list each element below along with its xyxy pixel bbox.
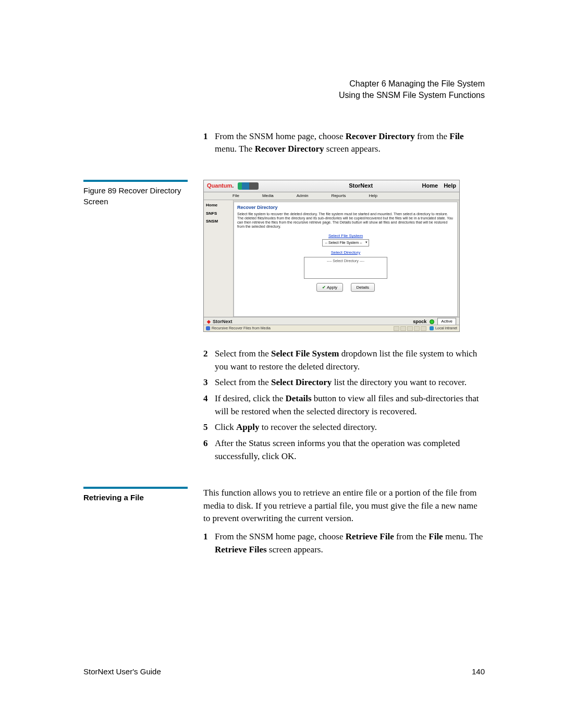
- page-footer: StorNext User's Guide 140: [83, 667, 485, 676]
- panel-description: Select file system to recover the delete…: [237, 212, 454, 229]
- retrieving-heading: Retrieving a File: [83, 487, 188, 503]
- chapter-line: Chapter 6 Managing the File System: [83, 78, 485, 90]
- home-link[interactable]: Home: [422, 182, 438, 189]
- app-body: Home SNFS SNSM Recover Directory Select …: [204, 200, 459, 317]
- help-link[interactable]: Help: [444, 182, 456, 189]
- zone-text: Local intranet: [435, 326, 457, 331]
- main-panel: Recover Directory Select file system to …: [234, 202, 458, 317]
- brand-logo: Quantum.: [207, 182, 234, 190]
- apply-button[interactable]: ✔Apply: [316, 283, 343, 292]
- menu-bar: File Media Admin Reports Help: [204, 192, 459, 200]
- footer-product: StorNext: [213, 318, 232, 325]
- select-directory-label: Select Directory: [237, 250, 454, 256]
- top-links: Home Help: [418, 182, 456, 190]
- select-file-system-label: Select File System: [237, 233, 454, 239]
- step-number: 1: [203, 130, 215, 156]
- side-snsm[interactable]: SNSM: [206, 218, 231, 225]
- step-text: From the SNSM home page, choose Recover …: [215, 130, 485, 156]
- intranet-icon: [430, 326, 434, 330]
- browser-status-bar: Recursive Recover Files from Media Local…: [204, 325, 459, 331]
- panel-title: Recover Directory: [237, 204, 454, 211]
- footer-host: spock: [413, 318, 426, 325]
- row-retrieving: Retrieving a File This function allows y…: [83, 487, 485, 559]
- footer-page-number: 140: [472, 667, 485, 676]
- page-header: Chapter 6 Managing the File System Using…: [83, 78, 485, 102]
- footer-logo-icon: ◆: [207, 318, 211, 325]
- step-6: 6 After the Status screen informs you th…: [203, 437, 485, 463]
- step-2: 2 Select from the Select File System dro…: [203, 348, 485, 373]
- menu-file[interactable]: File: [232, 193, 239, 199]
- figure-row: Figure 89 Recover Directory Screen Quant…: [83, 180, 485, 466]
- retrieving-intro: This function allows you to retrieve an …: [203, 487, 485, 525]
- step-4: 4 If desired, click the Details button t…: [203, 392, 485, 418]
- menu-admin[interactable]: Admin: [297, 193, 309, 199]
- screenshot-recover-directory: Quantum. StorNext Home Help File Media A…: [203, 180, 460, 332]
- file-system-select[interactable]: -- Select File System --: [322, 239, 369, 246]
- footer-guide: StorNext User's Guide: [83, 667, 161, 676]
- retrieve-step-1: 1 From the SNSM home page, choose Retrie…: [203, 530, 485, 556]
- menu-media[interactable]: Media: [262, 193, 274, 199]
- app-topbar: Quantum. StorNext Home Help: [204, 180, 459, 192]
- check-icon: ✔: [322, 285, 326, 290]
- menu-reports[interactable]: Reports: [331, 193, 346, 199]
- menu-help[interactable]: Help: [369, 193, 377, 199]
- footer-state: Active: [437, 318, 456, 325]
- logo-swirl-icon: [238, 182, 259, 190]
- document-page: Chapter 6 Managing the File System Using…: [0, 0, 563, 728]
- row-step1: 1 From the SNSM home page, choose Recove…: [83, 130, 485, 159]
- step-5: 5 Click Apply to recover the selected di…: [203, 421, 485, 434]
- directory-listbox[interactable]: ---- Select Directory ----: [304, 257, 387, 279]
- status-text: Recursive Recover Files from Media: [212, 326, 271, 331]
- status-led-icon: [430, 319, 434, 324]
- details-button[interactable]: Details: [351, 283, 375, 292]
- browser-icon: [206, 326, 210, 330]
- section-line: Using the SNSM File System Functions: [83, 90, 485, 101]
- side-home[interactable]: Home: [206, 202, 231, 208]
- product-title: StorNext: [349, 182, 373, 190]
- side-snfs[interactable]: SNFS: [206, 211, 231, 217]
- status-cells: [394, 326, 426, 331]
- side-nav: Home SNFS SNSM: [204, 200, 234, 317]
- button-row: ✔Apply Details: [237, 283, 454, 292]
- step-3: 3 Select from the Select Directory list …: [203, 376, 485, 389]
- figure-caption: Figure 89 Recover Directory Screen: [83, 180, 188, 207]
- step-1: 1 From the SNSM home page, choose Recove…: [203, 130, 485, 156]
